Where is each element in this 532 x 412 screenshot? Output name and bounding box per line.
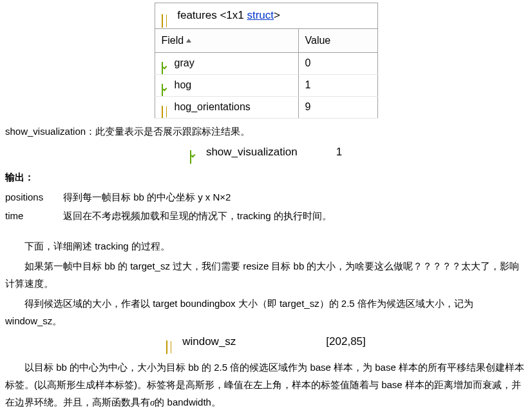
value-column-header[interactable]: Value: [298, 28, 377, 53]
output-row: positions 得到每一帧目标 bb 的中心坐标 y x N×2: [5, 188, 527, 206]
struct-icon: [162, 12, 172, 21]
field-name: hog: [175, 79, 192, 90]
output-row: time 返回在不考虑视频加载和呈现的情况下，tracking 的执行时间。: [5, 207, 527, 224]
features-title-size: <1x1: [220, 9, 247, 21]
sort-ascending-icon: [186, 39, 191, 43]
var-value: [202,85]: [326, 332, 365, 352]
table-row[interactable]: gray 0: [155, 53, 377, 75]
paragraph: 如果第一帧中目标 bb 的 target_sz 过大，我们需要 resize 目…: [5, 257, 527, 292]
features-struct-table: features <1x1 struct> Field Value gray 0…: [155, 3, 378, 119]
var-value: 1: [336, 142, 342, 162]
output-desc: 得到每一帧目标 bb 的中心坐标 y x N×2: [63, 188, 527, 206]
table-row[interactable]: hog_orientations 9: [155, 96, 377, 118]
table-row[interactable]: hog 1: [155, 75, 377, 97]
field-name: hog_orientations: [175, 101, 251, 112]
logical-icon: [190, 148, 200, 157]
value-column-label: Value: [305, 35, 331, 46]
output-desc: 返回在不考虑视频加载和呈现的情况下，tracking 的执行时间。: [63, 207, 527, 224]
features-title-post: >: [274, 9, 280, 21]
struct-type-link[interactable]: struct: [247, 9, 274, 21]
features-header-row: Field Value: [155, 28, 377, 53]
logical-icon: [162, 59, 172, 68]
field-value: 9: [305, 101, 311, 112]
field-name: gray: [175, 57, 195, 68]
features-title-pre: features: [177, 9, 220, 21]
struct-icon: [162, 103, 172, 112]
show-visualization-text: show_visualization：此变量表示是否展示跟踪标注结果。: [5, 123, 527, 140]
struct-icon: [166, 338, 176, 347]
window-sz-var: window_sz [202,85]: [5, 332, 527, 352]
show-visualization-var: show_visualization 1: [5, 142, 527, 162]
field-value: 0: [305, 57, 311, 68]
paragraph: 下面，详细阐述 tracking 的过程。: [5, 237, 527, 255]
paragraph: 以目标 bb 的中心为中心，大小为目标 bb 的 2.5 倍的候选区域作为 ba…: [5, 358, 527, 411]
output-label: positions: [5, 188, 63, 206]
logical-icon: [162, 81, 172, 90]
field-column-header[interactable]: Field: [155, 28, 298, 53]
paragraph: 得到候选区域的大小，作者以 target boundingbox 大小（即 ta…: [5, 295, 527, 329]
paragraph-text: 以目标 bb 的中心为中心，大小为目标 bb 的 2.5 倍的候选区域作为 ba…: [5, 362, 524, 407]
outputs-heading: 输出：: [5, 168, 527, 186]
paragraph-text: 的 bandwidth。: [155, 397, 221, 407]
features-title-cell: features <1x1 struct>: [155, 3, 377, 29]
var-name: window_sz: [182, 332, 236, 352]
output-label: time: [5, 207, 63, 224]
var-name: show_visualization: [206, 142, 298, 162]
field-column-label: Field: [162, 35, 184, 46]
field-value: 1: [305, 79, 311, 90]
